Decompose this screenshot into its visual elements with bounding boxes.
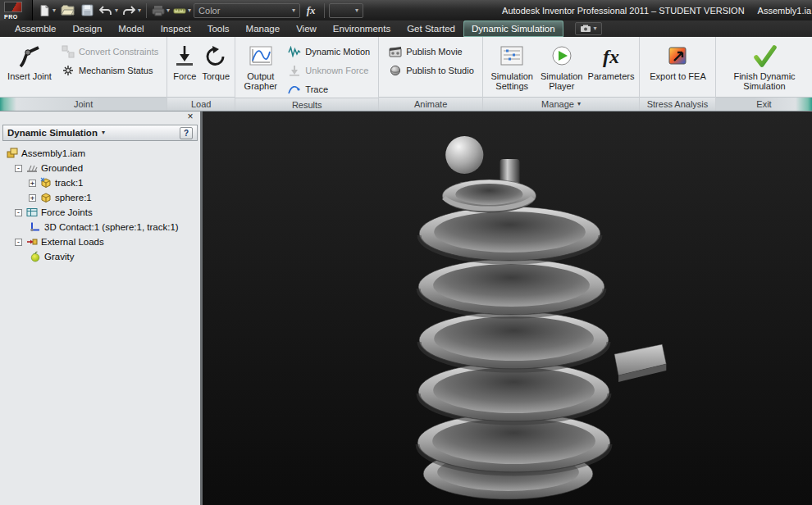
publish-movie-button[interactable]: Publish Movie — [384, 43, 478, 60]
tree-item-label: Force Joints — [41, 207, 93, 217]
part-icon — [39, 177, 52, 189]
results-panel-label[interactable]: Results — [235, 98, 378, 111]
convert-constraints-label: Convert Constraints — [79, 47, 158, 57]
tree-item-gravity[interactable]: Gravity — [0, 249, 200, 264]
caret-down-icon: ▾ — [292, 7, 295, 14]
tab-environments[interactable]: Environments — [325, 20, 399, 37]
dynamic-motion-button[interactable]: Dynamic Motion — [283, 43, 374, 60]
contact-joint-icon — [29, 221, 41, 233]
publish-to-studio-icon — [388, 64, 402, 78]
finish-dynamic-simulation-label: Finish Dynamic Simulation — [723, 71, 806, 91]
load-panel-label[interactable]: Load — [167, 97, 235, 111]
publish-movie-label: Publish Movie — [406, 47, 462, 57]
unknown-force-label: Unknown Force — [305, 66, 368, 75]
help-button[interactable]: ? — [180, 127, 193, 139]
simulation-player-icon — [550, 42, 574, 71]
tree-item-3d-contact[interactable]: 3D Contact:1 (sphere:1, track:1) — [0, 220, 200, 234]
save-button[interactable] — [78, 2, 96, 19]
browser-header-dropdown[interactable]: Dynamic Simulation ▾ ? — [2, 125, 198, 141]
document-name: Assembly1.ia — [758, 6, 811, 16]
stress-analysis-panel-label[interactable]: Stress Analysis — [640, 97, 715, 111]
trace-label: Trace — [305, 84, 328, 94]
torque-button[interactable]: Torque — [200, 39, 231, 97]
simulation-settings-button[interactable]: Simulation Settings — [488, 39, 536, 97]
tree-item-external-loads[interactable]: - External Loads — [0, 234, 200, 249]
close-browser-button[interactable]: × — [185, 112, 196, 123]
output-grapher-label: Output Grapher — [242, 71, 279, 91]
undo-button[interactable]: ▾ — [98, 2, 119, 19]
finish-dynamic-simulation-button[interactable]: Finish Dynamic Simulation — [721, 39, 808, 97]
collapse-icon[interactable]: - — [15, 165, 22, 172]
expand-icon[interactable]: + — [29, 180, 36, 187]
measure-button[interactable]: ▾ — [172, 2, 192, 19]
joint-panel-label[interactable]: Joint — [0, 97, 167, 111]
ribbon-options-button[interactable]: ▾ — [575, 22, 602, 35]
tab-manage[interactable]: Manage — [238, 20, 289, 37]
tree-item-label: 3D Contact:1 (sphere:1, track:1) — [44, 222, 179, 232]
color-dropdown[interactable]: Color ▾ — [194, 3, 300, 18]
export-to-fea-label: Export to FEA — [650, 71, 705, 81]
tab-model[interactable]: Model — [110, 20, 152, 37]
print-button[interactable]: ▾ — [151, 2, 171, 19]
convert-constraints-button[interactable]: Convert Constraints — [57, 43, 162, 60]
publish-to-studio-button[interactable]: Publish to Studio — [384, 62, 478, 79]
ribbon-panel-joint: Insert Joint Convert Constraints Mechani… — [0, 37, 167, 111]
spiral-track-model[interactable] — [203, 111, 812, 505]
animate-panel-label[interactable]: Animate — [379, 97, 482, 111]
open-button[interactable] — [58, 2, 76, 19]
ribbon-panel-results: Output Grapher Dynamic Motion Unknown Fo… — [235, 37, 379, 111]
parameters-quick-button[interactable]: fx — [302, 2, 320, 19]
tab-tools[interactable]: Tools — [199, 20, 238, 37]
toolbar-divider — [324, 3, 325, 18]
collapse-icon[interactable]: - — [15, 209, 22, 216]
collapse-icon[interactable]: - — [15, 239, 22, 246]
manage-panel-label-text: Manage — [541, 99, 574, 109]
simulation-player-button[interactable]: Simulation Player — [538, 39, 585, 97]
insert-joint-label: Insert Joint — [7, 71, 52, 81]
application-menu-button[interactable]: PRO — [0, 0, 33, 20]
tree-item-grounded[interactable]: - Grounded — [0, 161, 200, 175]
tab-assemble[interactable]: Assemble — [7, 20, 65, 37]
export-to-fea-button[interactable]: Export to FEA — [645, 39, 711, 97]
expand-icon[interactable]: + — [29, 194, 36, 202]
redo-button[interactable]: ▾ — [121, 2, 142, 19]
manage-panel-label[interactable]: Manage ▾ — [483, 97, 639, 111]
quick-access-toolbar: ▾ ▾ ▾ ▾ ▾ — [33, 2, 367, 19]
tree-item-force-joints[interactable]: - Force Joints — [0, 205, 200, 220]
tab-design[interactable]: Design — [65, 20, 111, 37]
caret-down-icon: ▾ — [188, 7, 191, 14]
caret-down-icon: ▾ — [577, 101, 581, 107]
tab-get-started[interactable]: Get Started — [399, 20, 463, 37]
publish-movie-icon — [388, 45, 402, 59]
parameters-fx-icon: fx — [603, 52, 619, 61]
titlebar: PRO ▾ ▾ ▾ ▾ — [0, 0, 812, 20]
tree-item-sphere[interactable]: + sphere:1 — [0, 190, 200, 205]
parameters-button[interactable]: fx Parameters — [587, 39, 635, 97]
trace-button[interactable]: Trace — [283, 81, 374, 98]
mechanism-status-button[interactable]: Mechanism Status — [57, 62, 162, 79]
simulation-settings-icon — [500, 42, 524, 71]
ribbon-tab-bar: Assemble Design Model Inspect Tools Mana… — [0, 20, 812, 37]
color-dropdown-value: Color — [198, 6, 220, 16]
dynamic-motion-icon — [287, 45, 301, 59]
caret-down-icon: ▾ — [138, 7, 141, 14]
sphere-part[interactable] — [445, 136, 483, 174]
caret-down-icon: ▾ — [167, 7, 170, 14]
tab-dynamic-simulation[interactable]: Dynamic Simulation — [463, 20, 563, 37]
insert-joint-button[interactable]: Insert Joint — [5, 39, 54, 97]
inventor-window: PRO ▾ ▾ ▾ ▾ — [0, 0, 812, 505]
tree-item-assembly[interactable]: Assembly1.iam — [0, 146, 200, 161]
appearance-dropdown[interactable]: ▾ — [329, 3, 363, 18]
force-button[interactable]: Force — [171, 39, 198, 97]
camera-icon — [580, 25, 591, 33]
finish-checkmark-icon — [751, 42, 778, 71]
caret-down-icon: ▾ — [594, 25, 597, 32]
unknown-force-button[interactable]: Unknown Force — [283, 62, 374, 79]
output-grapher-button[interactable]: Output Grapher — [240, 39, 281, 98]
viewport-3d[interactable] — [203, 111, 812, 505]
new-document-button[interactable]: ▾ — [37, 2, 57, 19]
tree-item-track[interactable]: + track:1 — [0, 175, 200, 190]
exit-panel-label[interactable]: Exit — [716, 97, 812, 111]
tab-view[interactable]: View — [288, 20, 325, 37]
tab-inspect[interactable]: Inspect — [153, 20, 199, 37]
